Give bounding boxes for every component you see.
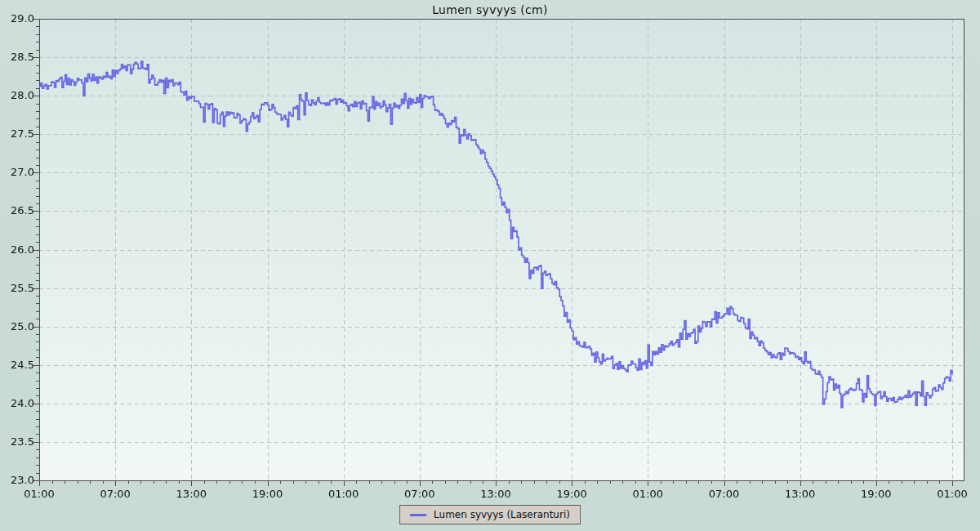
x-tick-label: 01:00 [328,488,359,500]
x-tick-label: 01:00 [633,488,663,500]
y-tick-label: 25.0 [0,320,34,332]
y-tick-label: 27.0 [0,166,34,178]
chart-window: Lumen syvyys (cm) 29.028.528.027.527.026… [0,0,980,531]
legend-line-sample [410,514,426,516]
y-tick-label: 26.5 [0,204,34,216]
y-tick-label: 24.0 [0,397,34,409]
y-tick-label: 29.0 [0,12,34,25]
y-tick-label: 26.0 [0,243,34,256]
y-tick-label: 25.5 [0,282,34,294]
y-tick-label: 28.0 [0,89,34,101]
x-tick-label: 01:00 [24,488,54,500]
y-tick-label: 23.0 [0,474,34,486]
plot-canvas [0,0,980,531]
y-tick-label: 28.5 [0,51,34,63]
x-tick-label: 19:00 [556,488,586,500]
y-tick-label: 27.5 [0,127,34,140]
x-tick-label: 01:00 [937,488,967,500]
x-tick-label: 13:00 [785,488,815,500]
y-tick-label: 23.5 [0,435,34,448]
x-tick-label: 07:00 [709,488,739,500]
x-tick-label: 19:00 [861,488,891,500]
x-tick-label: 13:00 [480,488,510,500]
legend-label: Lumen syvyys (Laseranturi) [434,509,570,520]
x-tick-label: 13:00 [176,488,207,500]
y-tick-label: 24.5 [0,359,34,371]
chart-title: Lumen syvyys (cm) [0,3,980,16]
x-tick-label: 07:00 [404,488,434,500]
x-tick-label: 07:00 [100,488,130,500]
legend: Lumen syvyys (Laseranturi) [399,505,581,524]
x-tick-label: 19:00 [252,488,283,500]
